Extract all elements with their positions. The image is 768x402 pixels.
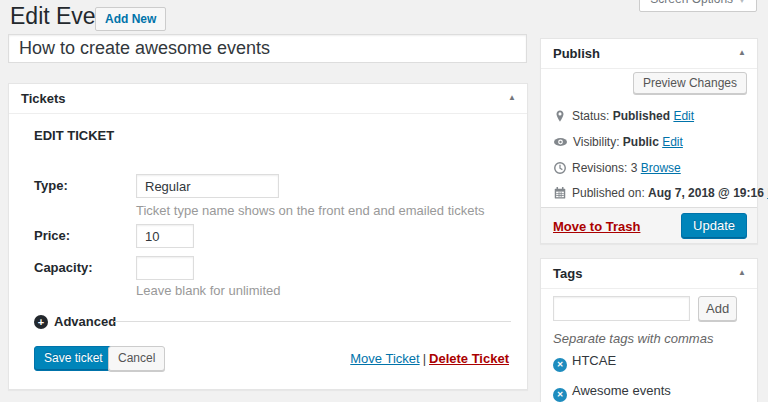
published-on-value: Aug 7, 2018 @ 19:16 (648, 186, 764, 200)
remove-tag-icon[interactable]: ✕ (553, 388, 567, 402)
published-on-label: Published on: (572, 186, 645, 200)
ticket-price-input[interactable] (136, 224, 194, 248)
tag-list: ✕HTCAE✕Awesome events✕event creation (553, 353, 749, 402)
revisions-count: 3 (631, 161, 638, 175)
preview-changes-button[interactable]: Preview Changes (633, 72, 747, 94)
ticket-capacity-input[interactable] (136, 256, 194, 280)
revisions-clock-icon (553, 161, 567, 175)
add-new-button[interactable]: Add New (95, 7, 166, 31)
move-to-trash-link[interactable]: Move to Trash (553, 219, 640, 234)
ticket-type-input[interactable] (136, 174, 279, 198)
tag-item: ✕HTCAE (553, 353, 616, 372)
tags-metabox-header[interactable]: Tags ▲ (541, 259, 757, 289)
edit-status-link[interactable]: Edit (673, 109, 694, 123)
status-label: Status: (572, 109, 609, 123)
visibility-label: Visibility: (573, 135, 619, 149)
tag-item: ✕Awesome events (553, 383, 671, 402)
tickets-metabox: Tickets ▲ EDIT TICKET Type: Ticket type … (8, 83, 528, 390)
plus-circle-icon: + (34, 315, 48, 329)
tags-metabox: Tags ▲ Add Separate tags with commas ✕HT… (540, 258, 758, 402)
ticket-links: Move Ticket|Delete Ticket (350, 351, 509, 366)
cancel-button[interactable]: Cancel (108, 346, 165, 371)
screen-options-button[interactable]: Screen Options▼ (639, 0, 757, 12)
status-value: Published (613, 109, 670, 123)
visibility-value: Public (623, 135, 659, 149)
add-tag-button[interactable]: Add (698, 296, 737, 321)
update-button[interactable]: Update (681, 213, 747, 239)
publish-metabox-title: Publish (553, 46, 600, 61)
remove-tag-icon[interactable]: ✕ (553, 358, 567, 372)
collapse-icon[interactable]: ▲ (508, 93, 516, 102)
link-separator: | (423, 351, 426, 366)
capacity-label: Capacity: (34, 260, 93, 275)
move-ticket-link[interactable]: Move Ticket (350, 351, 419, 366)
tag-label: Awesome events (572, 383, 671, 398)
status-row: Status: Published Edit (553, 109, 694, 123)
edit-ticket-heading: EDIT TICKET (34, 128, 114, 143)
eye-icon (553, 135, 568, 149)
pin-icon (553, 109, 567, 123)
calendar-icon (553, 186, 567, 200)
type-label: Type: (34, 178, 68, 193)
price-label: Price: (34, 228, 70, 243)
publish-metabox: Publish ▲ Preview Changes Status: Publis… (540, 38, 758, 244)
advanced-label: Advanced (54, 314, 116, 329)
revisions-row: Revisions: 3 Browse (553, 161, 681, 175)
tag-label: HTCAE (572, 353, 616, 368)
type-help-text: Ticket type name shows on the front end … (136, 203, 485, 218)
visibility-row: Visibility: Public Edit (553, 135, 683, 149)
chevron-down-icon: ▼ (738, 0, 746, 5)
published-on-row: Published on: Aug 7, 2018 @ 19:16 Edit (553, 186, 768, 200)
tickets-metabox-title: Tickets (21, 91, 66, 106)
publishing-actions-footer: Move to Trash Update (541, 207, 757, 243)
revisions-label: Revisions: (572, 161, 627, 175)
browse-revisions-link[interactable]: Browse (641, 161, 681, 175)
event-title-input[interactable] (8, 34, 527, 63)
tags-metabox-title: Tags (553, 266, 582, 281)
save-ticket-button[interactable]: Save ticket (34, 346, 113, 371)
edit-visibility-link[interactable]: Edit (662, 135, 683, 149)
capacity-help-text: Leave blank for unlimited (136, 283, 281, 298)
advanced-toggle[interactable]: + Advanced (34, 314, 116, 329)
delete-ticket-link[interactable]: Delete Ticket (429, 351, 509, 366)
tags-help-text: Separate tags with commas (553, 331, 713, 346)
new-tag-input[interactable] (553, 296, 690, 321)
tickets-metabox-header[interactable]: Tickets ▲ (9, 84, 527, 114)
publish-metabox-header[interactable]: Publish ▲ (541, 39, 757, 69)
edit-event-page: Edit Event Add New Screen Options▼ Ticke… (0, 0, 768, 402)
screen-options-label: Screen Options (650, 0, 733, 6)
collapse-icon[interactable]: ▲ (738, 48, 746, 57)
collapse-icon[interactable]: ▲ (738, 268, 746, 277)
advanced-divider (114, 321, 511, 322)
